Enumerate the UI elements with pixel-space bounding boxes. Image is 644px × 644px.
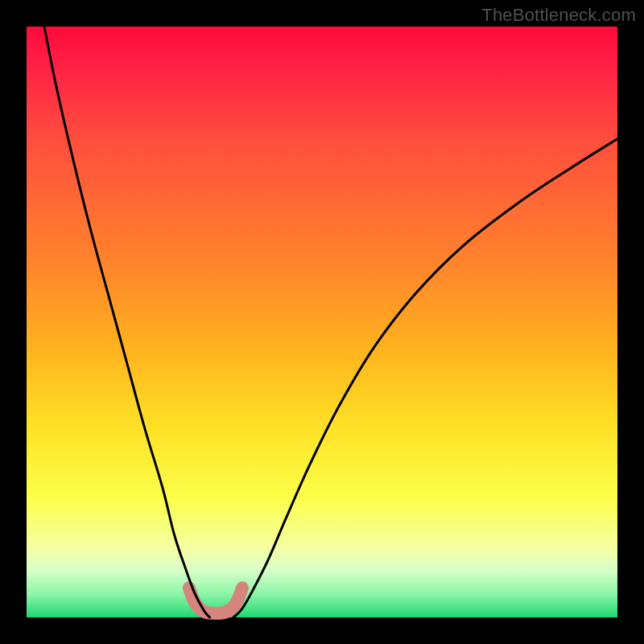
bottleneck-chart xyxy=(0,0,644,644)
watermark-text: TheBottleneck.com xyxy=(481,5,636,26)
chart-frame: TheBottleneck.com xyxy=(0,0,644,644)
